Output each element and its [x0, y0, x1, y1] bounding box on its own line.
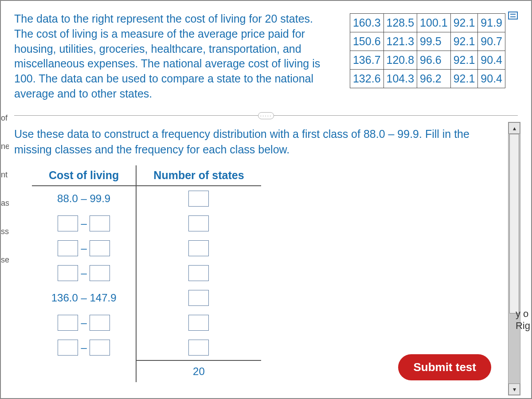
freq-input-5[interactable] [188, 315, 209, 331]
class-label: 88.0 – 99.9 [32, 186, 136, 211]
class-high-3[interactable] [90, 265, 110, 281]
instruction-text: Use these data to construct a frequency … [14, 122, 518, 165]
footer: Submit test [398, 354, 491, 380]
freq-input-1[interactable] [188, 215, 209, 231]
data-grid: 160.3 128.5 100.1 92.1 91.9 150.6 121.3 … [350, 13, 505, 88]
data-cell: 132.6 [350, 70, 383, 88]
data-cell: 160.3 [350, 14, 383, 32]
data-cell: 100.1 [417, 14, 451, 32]
freq-input-2[interactable] [188, 240, 209, 256]
total-row: 20 [32, 360, 261, 382]
data-cell: 90.4 [478, 70, 505, 88]
clipped-right-text: y o Rig [516, 308, 531, 332]
dash-icon: – [81, 317, 86, 329]
expand-table-icon[interactable] [508, 12, 518, 20]
dash-icon: – [81, 267, 86, 279]
clipped-left-nav: of ne nt as ssi se 1 [1, 104, 9, 274]
vertical-scrollbar[interactable]: ▴ ▾ [508, 122, 520, 395]
class-low-5[interactable] [58, 315, 78, 331]
data-cell: 90.4 [478, 51, 505, 70]
question-panel: The data to the right represent the cost… [0, 0, 532, 399]
freq-input-0[interactable] [188, 191, 209, 207]
table-row: – [32, 261, 261, 286]
table-row: – [32, 310, 261, 335]
data-cell: 91.9 [478, 14, 505, 32]
class-high-5[interactable] [90, 315, 110, 331]
class-label: 136.0 – 147.9 [32, 286, 136, 310]
data-cell: 128.5 [383, 14, 417, 32]
class-high-6[interactable] [90, 340, 110, 356]
section-divider: ····· [1, 107, 531, 122]
data-cell: 92.1 [450, 70, 478, 88]
table-row: – [32, 236, 261, 261]
scroll-up-icon[interactable]: ▴ [509, 122, 520, 134]
answer-area: Use these data to construct a frequency … [14, 122, 518, 382]
class-low-2[interactable] [58, 240, 78, 256]
table-row: 136.0 – 147.9 [32, 286, 261, 310]
dash-icon: – [81, 242, 86, 254]
dash-icon: – [81, 217, 86, 230]
table-row: – [32, 335, 261, 360]
freq-input-4[interactable] [188, 290, 209, 306]
freq-input-3[interactable] [188, 265, 209, 281]
scroll-thumb[interactable] [509, 134, 519, 313]
freq-input-6[interactable] [188, 340, 209, 356]
data-cell: 92.1 [450, 14, 478, 32]
submit-test-button[interactable]: Submit test [398, 354, 491, 380]
class-low-3[interactable] [58, 265, 78, 281]
col-header-count: Number of states [136, 165, 261, 186]
frequency-table: Cost of living Number of states 88.0 – 9… [32, 165, 261, 382]
class-low-1[interactable] [58, 215, 78, 231]
class-low-6[interactable] [58, 340, 78, 356]
col-header-class: Cost of living [32, 165, 136, 186]
scroll-track[interactable] [509, 134, 520, 383]
scroll-down-icon[interactable]: ▾ [509, 383, 520, 395]
total-value: 20 [136, 360, 261, 382]
prompt-text: The data to the right represent the cost… [14, 12, 332, 102]
table-row: 88.0 – 99.9 [32, 186, 261, 211]
data-cell: 92.1 [450, 32, 478, 51]
top-section: The data to the right represent the cost… [1, 1, 531, 107]
class-high-2[interactable] [90, 240, 110, 256]
divider-handle-icon[interactable]: ····· [258, 112, 274, 119]
data-cell: 96.6 [417, 51, 451, 70]
data-cell: 120.8 [383, 51, 417, 70]
data-cell: 150.6 [350, 32, 383, 51]
data-cell: 104.3 [383, 70, 417, 88]
data-cell: 121.3 [383, 32, 417, 51]
class-high-1[interactable] [90, 215, 110, 231]
data-cell: 96.2 [417, 70, 451, 88]
data-cell: 99.5 [417, 32, 451, 51]
data-cell: 136.7 [350, 51, 383, 70]
dash-icon: – [81, 341, 86, 354]
data-cell: 90.7 [478, 32, 505, 51]
table-row: – [32, 211, 261, 236]
data-cell: 92.1 [450, 51, 478, 70]
data-block: 160.3 128.5 100.1 92.1 91.9 150.6 121.3 … [350, 12, 518, 102]
